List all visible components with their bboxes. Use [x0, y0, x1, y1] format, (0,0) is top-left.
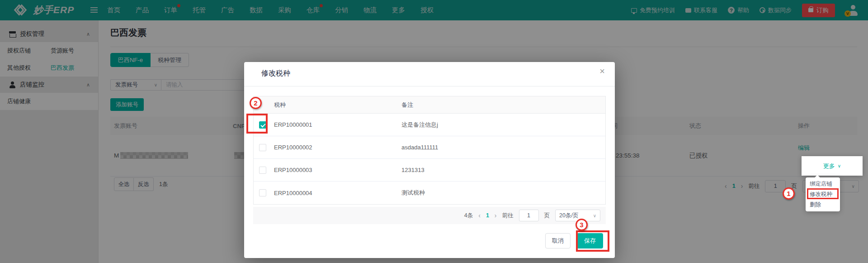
page-unit-label: 页: [544, 212, 550, 220]
tax-id: ERP10000003: [274, 159, 312, 181]
tax-note: 1231313: [401, 159, 425, 181]
annotation-step-2: 2: [250, 97, 262, 109]
tax-table: 税种 备注 ERP10000001 这是备注信息j ERP10000002 as…: [253, 96, 606, 205]
goto-label: 前往: [502, 212, 514, 220]
tax-id: ERP10000002: [274, 136, 312, 158]
modify-tax-modal: 修改税种 × 税种 备注 ERP10000001 这是备注信息j ERP1000…: [244, 62, 615, 258]
cancel-button[interactable]: 取消: [545, 233, 571, 249]
menu-item-delete[interactable]: 删除: [806, 200, 840, 210]
more-actions-panel: 更多 ∨: [802, 156, 863, 176]
tax-row: ERP10000002 asdada111111: [254, 136, 605, 159]
row-checkbox[interactable]: [259, 189, 266, 196]
chevron-down-icon: ∨: [838, 163, 841, 168]
tax-note: 这是备注信息j: [401, 114, 438, 136]
tax-note: asdada111111: [401, 136, 438, 158]
row-checkbox[interactable]: [259, 167, 266, 174]
more-link[interactable]: 更多: [823, 162, 835, 170]
row-checkbox[interactable]: [259, 144, 266, 151]
tax-id: ERP10000004: [274, 182, 312, 204]
annotation-box-checkbox: [246, 114, 268, 134]
modal-title: 修改税种: [261, 69, 290, 78]
annotation-step-1: 1: [783, 187, 795, 200]
annotation-step-3: 3: [576, 219, 588, 231]
column-note: 备注: [401, 96, 413, 113]
annotation-box-save: [576, 230, 609, 252]
tax-id: ERP10000001: [274, 114, 312, 136]
tax-row: ERP10000003 1231313: [254, 159, 605, 182]
tax-note: 测试税种: [401, 182, 425, 204]
chevron-down-icon: ∨: [593, 213, 596, 218]
total-count: 4条: [464, 212, 473, 220]
modal-pagination: 4条 ‹ 1 › 前往 1 页 20条/页 ∨: [253, 207, 606, 224]
column-tax: 税种: [274, 96, 286, 113]
close-icon[interactable]: ×: [599, 67, 605, 76]
menu-item-bind-store[interactable]: 绑定店铺: [806, 179, 840, 189]
divider: [244, 86, 615, 86]
goto-page-input[interactable]: 1: [519, 210, 539, 221]
next-page-icon[interactable]: ›: [495, 212, 497, 219]
prev-page-icon[interactable]: ‹: [478, 212, 481, 219]
tax-row: ERP10000004 测试税种: [254, 182, 605, 204]
current-page[interactable]: 1: [486, 212, 489, 219]
app-root: 妙手ERP 首页 产品 订单 托管 广告 数据 采购 仓库 分销 物流 更多 授…: [0, 0, 868, 263]
tax-table-header: 税种 备注: [254, 96, 605, 114]
annotation-box-modify-tax: [807, 188, 839, 199]
tax-row: ERP10000001 这是备注信息j: [254, 114, 605, 136]
